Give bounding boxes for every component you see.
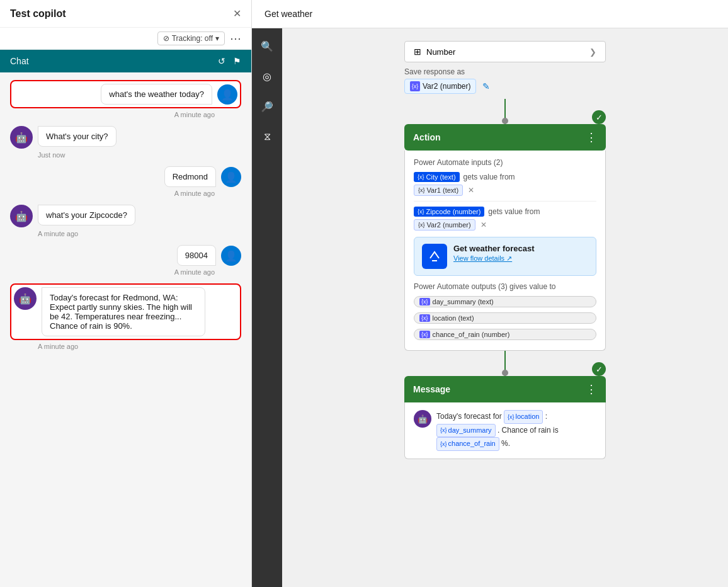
var2-chip: {x} Var2 (number) [404, 79, 476, 94]
bot-avatar: 🤖 [10, 205, 33, 227]
chip-icon: {x} [419, 314, 430, 322]
message-bubble: 98004 [177, 245, 216, 266]
chip-icon: {x} [440, 440, 447, 448]
location-inline-chip: {x} location [504, 410, 543, 424]
gets-value-from-2: gets value from [488, 207, 540, 216]
zoom-in-icon: 🔍 [261, 40, 273, 52]
flow-canvas: ⊞ Number ❯ Save response as {x} Var2 (nu… [282, 28, 728, 587]
message-menu-button[interactable]: ⋮ [586, 382, 597, 396]
var1-input-row: {x} Var1 (text) ✕ [414, 185, 596, 196]
grid-icon: ⊞ [414, 47, 421, 57]
user-avatar: 👤 [217, 84, 237, 105]
tracking-bar: ⊘ Tracking: off ▾ ⋯ [0, 28, 251, 50]
right-panel: Get weather 🔍 ◎ 🔎 ⧖ ⊞ Number [252, 0, 728, 587]
action-menu-button[interactable]: ⋮ [586, 130, 597, 144]
bot-avatar-msg: 🤖 [414, 410, 431, 428]
zoom-in-button[interactable]: 🔍 [257, 36, 277, 56]
user-message-1: what's the weather today? 👤 [14, 84, 237, 105]
var1-chip: {x} Var1 (text) [414, 185, 463, 196]
message-text: What's your city? [46, 132, 108, 141]
chat-header-icons: ↺ ⚑ [218, 56, 241, 66]
target-icon: ◎ [263, 71, 271, 83]
bot-message-2: 🤖 What's your city? [10, 126, 241, 149]
remove-var2-button[interactable]: ✕ [481, 220, 487, 229]
chance-of-rain-label: chance_of_rain (number) [433, 331, 510, 338]
edit-icon[interactable]: ✎ [482, 81, 490, 91]
connector-bottom: ✓ [404, 351, 606, 376]
target-button[interactable]: ◎ [257, 66, 277, 86]
highlighted-message-1: what's the weather today? 👤 [10, 80, 241, 108]
number-label: Number [426, 47, 455, 57]
zoom-out-icon: 🔎 [261, 101, 273, 113]
message-title: Message [413, 384, 450, 394]
outputs-section: Power Automate outputs (3) gives value t… [414, 282, 596, 343]
message-group-1: what's the weather today? 👤 A minute ago [10, 80, 241, 118]
message-time: Just now [10, 151, 241, 159]
var-icon: {x} [410, 81, 420, 91]
message-group-3: Redmond 👤 A minute ago [10, 166, 241, 197]
msg-line3b: %. [501, 439, 510, 448]
message-node: Message ⋮ [404, 376, 606, 402]
flow-card: Get weather forecast View flow details ↗ [414, 237, 596, 276]
message-wrapper: Message ⋮ 🤖 Today's forecast for {x} loc… [404, 376, 606, 459]
message-time: A minute ago [10, 111, 241, 118]
divider [414, 201, 596, 202]
message-group-6: 🤖 Today's forecast for Redmond, WA: Expe… [10, 283, 241, 350]
vertical-toolbar: 🔍 ◎ 🔎 ⧖ [252, 28, 282, 587]
day-summary-inline-chip: {x} day_summary [436, 424, 496, 438]
chat-body: what's the weather today? 👤 A minute ago… [0, 72, 251, 587]
chevron-down-icon: ▾ [215, 34, 219, 43]
remove-var1-button[interactable]: ✕ [468, 186, 474, 195]
flag-icon[interactable]: ⚑ [233, 56, 241, 66]
msg-line1c: : [545, 412, 547, 421]
action-body: Power Automate inputs (2) {x} City (text… [404, 151, 606, 351]
day-summary-chip-label: day_summary [448, 425, 492, 436]
message-text: Redmond [173, 172, 208, 181]
user-avatar: 👤 [221, 246, 241, 266]
view-flow-link[interactable]: View flow details ↗ [453, 254, 535, 263]
msg-line2b: . Chance of rain is [498, 425, 559, 434]
var1-label: Var1 (text) [427, 186, 459, 194]
connector-top: ✓ [404, 99, 606, 124]
message-bubble: Redmond [164, 166, 216, 187]
connector-line [504, 99, 506, 124]
var2-input-row: {x} Var2 (number) ✕ [414, 219, 596, 231]
message-group-5: 98004 👤 A minute ago [10, 245, 241, 276]
connector-dot-bottom [502, 370, 508, 376]
city-label: City (text) [426, 173, 456, 181]
bot-avatar: 🤖 [14, 287, 37, 310]
message-bubble: what's your Zipcocde? [38, 205, 135, 225]
user-avatar: 👤 [221, 167, 241, 187]
save-response-label: Save response as [404, 67, 606, 76]
refresh-icon[interactable]: ↺ [218, 56, 225, 66]
history-icon: ⧖ [264, 131, 271, 142]
chat-label: Chat [10, 56, 29, 66]
msg-line1a: Today's forecast for [436, 412, 502, 421]
bot-avatar: 🤖 [10, 126, 33, 149]
tracking-toggle[interactable]: ⊘ Tracking: off ▾ [157, 31, 225, 45]
close-button[interactable]: ✕ [233, 8, 241, 20]
chip-icon: {x} [440, 426, 447, 435]
chip-icon: {x} [508, 413, 515, 421]
chance-rain-chip-label: chance_of_rain [448, 438, 496, 450]
history-button[interactable]: ⧖ [257, 127, 277, 147]
highlighted-message-6: 🤖 Today's forecast for Redmond, WA: Expe… [10, 283, 241, 340]
message-bubble: what's the weather today? [101, 84, 212, 105]
more-options-button[interactable]: ⋯ [230, 31, 241, 45]
canvas-title: Get weather [264, 9, 312, 19]
right-header: Get weather [252, 0, 728, 28]
message-time: A minute ago [10, 230, 241, 237]
chevron-right-icon[interactable]: ❯ [589, 47, 596, 57]
message-group-4: 🤖 what's your Zipcocde? A minute ago [10, 205, 241, 237]
zoom-out-button[interactable]: 🔎 [257, 96, 277, 117]
var-icon: {x} [418, 174, 424, 180]
day-summary-chip: {x} day_summary (text) [414, 296, 596, 307]
var-icon: {x} [418, 208, 424, 215]
action-wrapper: Action ⋮ Power Automate inputs (2) {x} C… [404, 124, 606, 351]
message-text: Today's forecast for Redmond, WA: Expect… [50, 293, 192, 331]
panel-title: Test copilot [10, 8, 66, 20]
message-body: 🤖 Today's forecast for {x} location : [404, 402, 606, 459]
left-header: Test copilot ✕ [0, 0, 251, 28]
bot-message-6: 🤖 Today's forecast for Redmond, WA: Expe… [14, 287, 237, 336]
save-response-section: Save response as {x} Var2 (number) ✎ [404, 62, 606, 99]
